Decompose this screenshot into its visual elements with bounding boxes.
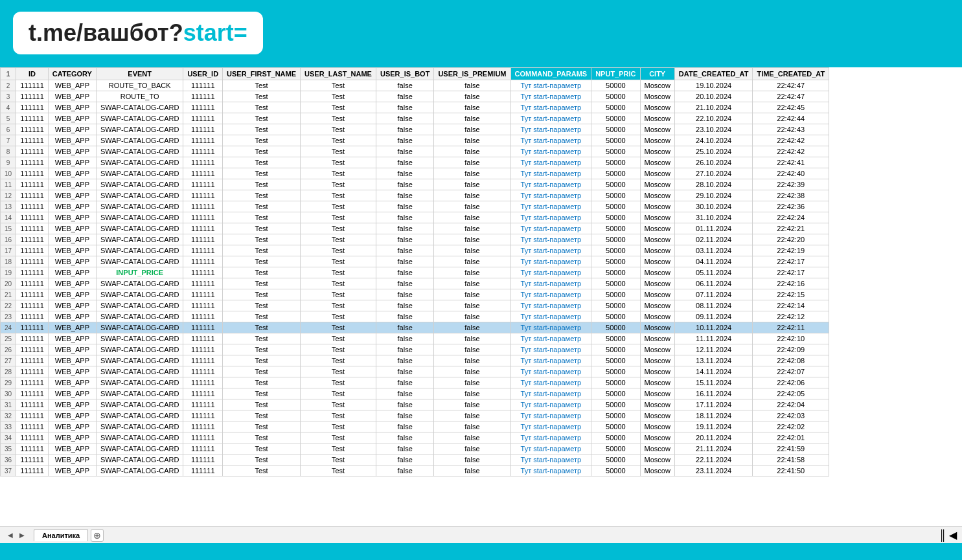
cell-price: 50000: [591, 245, 640, 256]
table-row: 8111111WEB_APPSWAP-CATALOG-CARD111111Tes…: [1, 146, 829, 157]
cell-ispremium: false: [434, 157, 510, 168]
col-header-id[interactable]: ID: [16, 68, 49, 80]
cell-event: SWAP-CATALOG-CARD: [96, 454, 183, 465]
cell-time: 22:42:39: [753, 179, 829, 190]
cell-lastname: Test: [301, 157, 376, 168]
cell-city: Moscow: [640, 102, 674, 113]
header: t.me/вашбот?start=: [0, 0, 962, 61]
cell-params: Тут start-параметр: [510, 168, 591, 179]
table-row: 11111111WEB_APPSWAP-CATALOG-CARD111111Te…: [1, 179, 829, 190]
cell-ispremium: false: [434, 388, 510, 399]
cell-date: 14.11.2024: [674, 366, 753, 377]
cell-userid: 111111: [183, 245, 223, 256]
col-header-event[interactable]: EVENT: [96, 68, 183, 80]
col-header-ispremium[interactable]: USER_IS_PREMIUM: [434, 68, 510, 80]
table-row: 6111111WEB_APPSWAP-CATALOG-CARD111111Tes…: [1, 124, 829, 135]
cell-event: SWAP-CATALOG-CARD: [96, 135, 183, 146]
cell-params: Тут start-параметр: [510, 333, 591, 344]
cell-id: 111111: [16, 355, 49, 366]
sheet-nav-arrows[interactable]: ◀ ▶: [5, 530, 27, 541]
cell-category: WEB_APP: [48, 256, 96, 267]
cell-params: Тут start-параметр: [510, 102, 591, 113]
cell-firstname: Test: [223, 190, 301, 201]
cell-id: 111111: [16, 102, 49, 113]
sheet-tab-analytics[interactable]: Аналитика: [34, 529, 88, 541]
cell-params: Тут start-параметр: [510, 190, 591, 201]
col-header-firstname[interactable]: USER_FIRST_NAME: [223, 68, 301, 80]
cell-params: Тут start-параметр: [510, 377, 591, 388]
cell-id: 111111: [16, 223, 49, 234]
cell-date: 13.11.2024: [674, 355, 753, 366]
cell-price: 50000: [591, 432, 640, 443]
row-number: 32: [1, 410, 16, 421]
cell-firstname: Test: [223, 245, 301, 256]
cell-userid: 111111: [183, 267, 223, 278]
table-row: 16111111WEB_APPSWAP-CATALOG-CARD111111Te…: [1, 234, 829, 245]
nav-right[interactable]: ▶: [17, 530, 27, 541]
add-sheet-button[interactable]: ⊕: [91, 529, 104, 542]
table-row: 32111111WEB_APPSWAP-CATALOG-CARD111111Te…: [1, 410, 829, 421]
cell-category: WEB_APP: [48, 465, 96, 476]
cell-city: Moscow: [640, 234, 674, 245]
logo-text: t.me/вашбот?start=: [29, 19, 247, 46]
col-header-time[interactable]: TIME_CREATED_AT: [753, 68, 829, 80]
row-number: 21: [1, 289, 16, 300]
cell-lastname: Test: [301, 344, 376, 355]
cell-id: 111111: [16, 201, 49, 212]
cell-userid: 111111: [183, 355, 223, 366]
cell-time: 22:42:43: [753, 124, 829, 135]
cell-event: SWAP-CATALOG-CARD: [96, 157, 183, 168]
col-header-inputprice[interactable]: NPUT_PRIC: [591, 68, 640, 80]
cell-time: 22:41:58: [753, 454, 829, 465]
cell-category: WEB_APP: [48, 234, 96, 245]
cell-city: Moscow: [640, 322, 674, 333]
cell-id: 111111: [16, 344, 49, 355]
cell-ispremium: false: [434, 289, 510, 300]
cell-price: 50000: [591, 300, 640, 311]
cell-params: Тут start-параметр: [510, 245, 591, 256]
cell-price: 50000: [591, 454, 640, 465]
cell-userid: 111111: [183, 80, 223, 91]
cell-time: 22:42:02: [753, 421, 829, 432]
cell-city: Moscow: [640, 333, 674, 344]
cell-firstname: Test: [223, 399, 301, 410]
col-header-category[interactable]: CATEGORY: [48, 68, 96, 80]
cell-event: SWAP-CATALOG-CARD: [96, 113, 183, 124]
cell-category: WEB_APP: [48, 80, 96, 91]
cell-date: 23.11.2024: [674, 465, 753, 476]
cell-city: Moscow: [640, 421, 674, 432]
cell-id: 111111: [16, 399, 49, 410]
cell-id: 111111: [16, 113, 49, 124]
cell-firstname: Test: [223, 80, 301, 91]
col-header-date[interactable]: DATE_CREATED_AT: [674, 68, 753, 80]
col-header-lastname[interactable]: USER_LAST_NAME: [301, 68, 376, 80]
cell-isbot: false: [376, 146, 433, 157]
cell-firstname: Test: [223, 421, 301, 432]
cell-lastname: Test: [301, 300, 376, 311]
cell-time: 22:42:19: [753, 245, 829, 256]
nav-left[interactable]: ◀: [5, 530, 16, 541]
cell-firstname: Test: [223, 388, 301, 399]
cell-category: WEB_APP: [48, 278, 96, 289]
cell-userid: 111111: [183, 146, 223, 157]
cell-city: Moscow: [640, 300, 674, 311]
table-scroll[interactable]: 1 ID CATEGORY EVENT USER_ID USER_FIRST_N…: [0, 67, 962, 526]
cell-isbot: false: [376, 278, 433, 289]
cell-category: WEB_APP: [48, 113, 96, 124]
cell-lastname: Test: [301, 135, 376, 146]
col-header-city[interactable]: CITY: [640, 68, 674, 80]
cell-category: WEB_APP: [48, 91, 96, 102]
cell-category: WEB_APP: [48, 366, 96, 377]
col-header-cmdparams[interactable]: COMMAND_PARAMS: [510, 68, 591, 80]
cell-userid: 111111: [183, 388, 223, 399]
cell-price: 50000: [591, 91, 640, 102]
cell-price: 50000: [591, 421, 640, 432]
cell-price: 50000: [591, 465, 640, 476]
cell-userid: 111111: [183, 465, 223, 476]
col-header-isbot[interactable]: USER_IS_BOT: [376, 68, 433, 80]
cell-time: 22:41:59: [753, 443, 829, 454]
cell-params: Тут start-параметр: [510, 289, 591, 300]
col-header-userid[interactable]: USER_ID: [183, 68, 223, 80]
cell-params: Тут start-параметр: [510, 454, 591, 465]
cell-ispremium: false: [434, 91, 510, 102]
